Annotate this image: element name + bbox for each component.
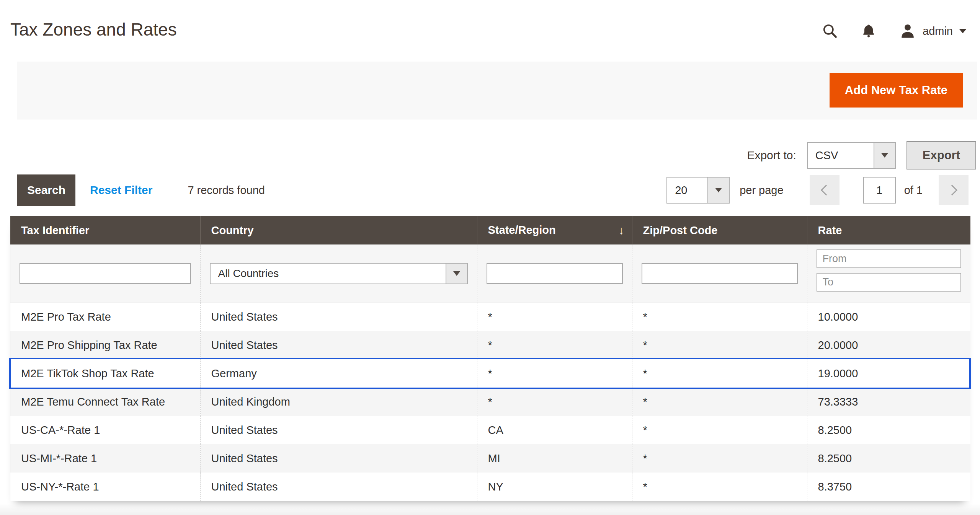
table-row[interactable]: M2E Pro Tax Rate United States * * 10.00… xyxy=(10,303,970,331)
table-row[interactable]: M2E Temu Connect Tax Rate United Kingdom… xyxy=(10,388,970,416)
caret-down-icon xyxy=(959,29,967,33)
filter-input-rate-from[interactable] xyxy=(817,249,962,268)
dropdown-arrow-icon xyxy=(446,264,467,284)
column-header-state-region[interactable]: State/Region ↓ xyxy=(477,216,632,244)
export-button[interactable]: Export xyxy=(906,141,976,169)
cell-tax-identifier[interactable]: US-NY-*-Rate 1 xyxy=(10,473,200,501)
column-header-tax-identifier[interactable]: Tax Identifier xyxy=(10,216,200,244)
cell-country[interactable]: United States xyxy=(200,303,477,331)
cell-state-region[interactable]: * xyxy=(477,303,632,331)
cell-zip-post-code[interactable]: * xyxy=(632,359,807,388)
cell-zip-post-code[interactable]: * xyxy=(632,331,807,359)
cell-zip-post-code[interactable]: * xyxy=(632,416,807,444)
search-icon[interactable] xyxy=(822,23,838,39)
table-row[interactable]: US-NY-*-Rate 1 United States NY * 8.3750 xyxy=(10,473,970,501)
cell-state-region[interactable]: * xyxy=(477,388,632,416)
cell-zip-post-code[interactable]: * xyxy=(632,444,807,473)
cell-rate[interactable]: 73.3333 xyxy=(807,388,970,416)
table-row[interactable]: US-CA-*-Rate 1 United States CA * 8.2500 xyxy=(10,416,970,444)
bell-icon[interactable] xyxy=(861,23,877,39)
export-format-select[interactable]: CSV xyxy=(807,142,896,169)
dropdown-arrow-icon xyxy=(707,178,729,203)
export-to-label: Export to: xyxy=(747,149,796,162)
column-header-country[interactable]: Country xyxy=(200,216,477,244)
cell-state-region[interactable]: CA xyxy=(477,416,632,444)
bottom-shadow xyxy=(0,504,980,515)
cell-country[interactable]: United States xyxy=(200,416,477,444)
country-filter-value: All Countries xyxy=(218,267,279,280)
dropdown-arrow-icon xyxy=(874,143,895,168)
records-found-label: 7 records found xyxy=(188,184,265,197)
cell-zip-post-code[interactable]: * xyxy=(632,303,807,331)
next-page-button[interactable] xyxy=(939,175,969,205)
table-row[interactable]: US-MI-*-Rate 1 United States MI * 8.2500 xyxy=(10,444,970,473)
per-page-label: per page xyxy=(740,184,784,197)
cell-tax-identifier[interactable]: M2E TikTok Shop Tax Rate xyxy=(10,359,200,388)
cell-country[interactable]: United Kingdom xyxy=(200,388,477,416)
cell-zip-post-code[interactable]: * xyxy=(632,388,807,416)
table-row[interactable]: M2E TikTok Shop Tax Rate Germany * * 19.… xyxy=(10,359,970,388)
cell-tax-identifier[interactable]: M2E Pro Shipping Tax Rate xyxy=(10,331,200,359)
filter-input-zip-post-code[interactable] xyxy=(642,263,798,284)
export-controls: Export to: CSV Export xyxy=(747,141,976,170)
chevron-left-icon xyxy=(820,185,831,196)
pagination-controls: 20 per page of 1 xyxy=(666,173,969,207)
export-format-value: CSV xyxy=(815,149,838,162)
admin-username: admin xyxy=(923,25,953,37)
cell-state-region[interactable]: * xyxy=(477,359,632,388)
cell-country[interactable]: United States xyxy=(200,331,477,359)
tax-rates-grid: Tax Identifier Country State/Region ↓ Zi… xyxy=(10,216,970,501)
grid-filter-row: All Countries xyxy=(10,244,970,303)
grid-body: M2E Pro Tax Rate United States * * 10.00… xyxy=(10,303,970,501)
filter-input-rate-to[interactable] xyxy=(817,273,962,292)
cell-tax-identifier[interactable]: US-CA-*-Rate 1 xyxy=(10,416,200,444)
cell-country[interactable]: Germany xyxy=(200,359,477,388)
sort-desc-icon: ↓ xyxy=(619,224,624,237)
cell-tax-identifier[interactable]: M2E Temu Connect Tax Rate xyxy=(10,388,200,416)
grid-toolbar: Search Reset Filter 7 records found 20 p… xyxy=(0,173,980,207)
user-icon xyxy=(899,22,916,40)
column-header-rate[interactable]: Rate xyxy=(807,216,970,244)
filter-input-state-region[interactable] xyxy=(487,263,623,284)
cell-tax-identifier[interactable]: US-MI-*-Rate 1 xyxy=(10,444,200,473)
cell-rate[interactable]: 19.0000 xyxy=(807,359,970,388)
page-actions-band: Add New Tax Rate xyxy=(17,62,977,119)
grid-header-row: Tax Identifier Country State/Region ↓ Zi… xyxy=(10,216,970,244)
page-input[interactable] xyxy=(863,177,896,204)
admin-menu[interactable]: admin xyxy=(899,22,967,40)
cell-tax-identifier[interactable]: M2E Pro Tax Rate xyxy=(10,303,200,331)
cell-country[interactable]: United States xyxy=(200,444,477,473)
chevron-right-icon xyxy=(947,185,957,196)
header-icons: admin xyxy=(822,22,967,40)
prev-page-button[interactable] xyxy=(810,175,840,205)
filter-input-tax-identifier[interactable] xyxy=(20,263,191,284)
cell-rate[interactable]: 8.3750 xyxy=(807,473,970,501)
cell-state-region[interactable]: MI xyxy=(477,444,632,473)
page-header: Tax Zones and Rates admin xyxy=(0,0,980,54)
cell-zip-post-code[interactable]: * xyxy=(632,473,807,501)
column-header-zip-post-code[interactable]: Zip/Post Code xyxy=(632,216,807,244)
add-new-tax-rate-button[interactable]: Add New Tax Rate xyxy=(830,73,963,108)
cell-rate[interactable]: 10.0000 xyxy=(807,303,970,331)
per-page-value: 20 xyxy=(675,184,687,197)
page-title: Tax Zones and Rates xyxy=(10,20,177,39)
cell-rate[interactable]: 8.2500 xyxy=(807,444,970,473)
per-page-select[interactable]: 20 xyxy=(666,177,730,204)
cell-rate[interactable]: 20.0000 xyxy=(807,331,970,359)
cell-country[interactable]: United States xyxy=(200,473,477,501)
filter-actions: Search Reset Filter 7 records found xyxy=(17,173,265,207)
page-count-label: of 1 xyxy=(904,184,923,197)
cell-state-region[interactable]: * xyxy=(477,331,632,359)
filter-select-country[interactable]: All Countries xyxy=(210,263,468,284)
cell-rate[interactable]: 8.2500 xyxy=(807,416,970,444)
table-row[interactable]: M2E Pro Shipping Tax Rate United States … xyxy=(10,331,970,359)
reset-filter-link[interactable]: Reset Filter xyxy=(90,184,152,197)
cell-state-region[interactable]: NY xyxy=(477,473,632,501)
search-button[interactable]: Search xyxy=(17,174,75,206)
